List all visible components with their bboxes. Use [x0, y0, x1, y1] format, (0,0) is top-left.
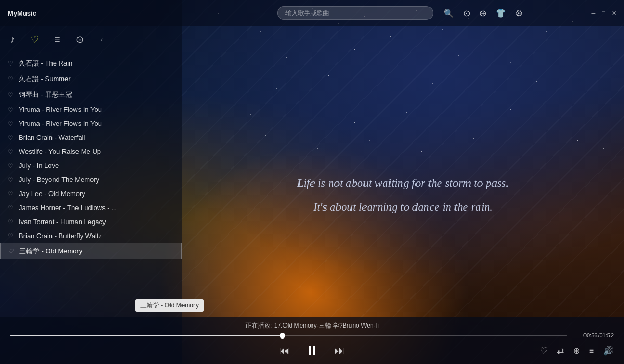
- volume-button[interactable]: 🔊: [603, 346, 614, 356]
- song-heart-icon: ♡: [8, 120, 14, 127]
- maximize-button[interactable]: □: [602, 10, 605, 16]
- now-playing-label: 正在播放: 17.Old Memory-三輪 学?Bruno Wen-li: [0, 321, 624, 330]
- song-item[interactable]: ♡ July - In Love: [0, 159, 182, 173]
- song-item[interactable]: ♡ Yiruma - River Flows In You: [0, 116, 182, 131]
- song-item[interactable]: ♡ Ivan Torrent - Human Legacy: [0, 215, 182, 229]
- song-title: Brian Crain - Waterfall: [19, 134, 85, 141]
- settings-icon[interactable]: ⚙: [515, 8, 523, 18]
- song-item[interactable]: ♡ Brian Crain - Butterfly Waltz: [0, 229, 182, 243]
- nav-row: ♪ ♡ ≡ ⊙ ←: [0, 26, 182, 53]
- time-current: 00:56: [583, 332, 598, 339]
- song-heart-icon: ♡: [8, 232, 14, 240]
- search-icon[interactable]: 🔍: [444, 8, 454, 18]
- song-heart-icon: ♡: [8, 134, 14, 141]
- song-item[interactable]: ♡ 久石譲 - The Rain: [0, 56, 182, 71]
- titlebar: MyMusic 🔍 ⊙ ⊕ 👕 ⚙ ─ □ ✕: [0, 0, 624, 26]
- song-title: James Horner - The Ludlows - ...: [19, 204, 117, 212]
- titlebar-icons: 🔍 ⊙ ⊕ 👕 ⚙: [444, 8, 523, 18]
- playlist-button[interactable]: ≡: [589, 346, 594, 356]
- song-heart-icon: ♡: [8, 204, 14, 212]
- pause-button[interactable]: ⏸: [305, 343, 319, 359]
- song-title: 久石譲 - Summer: [19, 74, 71, 84]
- progress-fill: [10, 335, 283, 336]
- song-title: July - In Love: [19, 162, 59, 170]
- song-title: Jay Lee - Old Memory: [19, 190, 85, 198]
- song-title: Westlife - You Raise Me Up: [19, 148, 101, 155]
- controls-right: ♡ ⇄ ⊕ ≡ 🔊: [510, 346, 614, 356]
- song-tooltip: 三輪学 - Old Memory: [135, 299, 204, 312]
- nav-favorite-icon[interactable]: ♡: [31, 34, 39, 45]
- song-heart-icon: ♡: [8, 148, 14, 155]
- prev-button[interactable]: ⏮: [279, 345, 290, 357]
- add-icon[interactable]: ⊕: [479, 8, 486, 18]
- song-title: Ivan Torrent - Human Legacy: [19, 218, 106, 226]
- nav-back-icon[interactable]: ←: [99, 34, 109, 45]
- search-wrap: [277, 6, 433, 20]
- nav-music-icon[interactable]: ♪: [10, 34, 15, 45]
- progress-bar[interactable]: [10, 335, 567, 336]
- song-item[interactable]: ♡ Brian Crain - Waterfall: [0, 131, 182, 145]
- song-heart-icon: ♡: [8, 162, 14, 170]
- song-item[interactable]: ♡ Yiruma - River Flows In You: [0, 102, 182, 116]
- song-item[interactable]: ♡ 三輪学 - Old Memory: [0, 243, 182, 259]
- song-heart-icon: ♡: [8, 190, 14, 198]
- song-item[interactable]: ♡ James Horner - The Ludlows - ...: [0, 201, 182, 215]
- time-display: 00:56/01:52: [572, 332, 614, 339]
- controls-row: ⏮ ⏸ ⏭ ♡ ⇄ ⊕ ≡ 🔊: [0, 343, 624, 359]
- progress-row: 00:56/01:52: [0, 332, 624, 339]
- next-button[interactable]: ⏭: [334, 345, 345, 357]
- song-heart-icon: ♡: [8, 218, 14, 226]
- prev-icon[interactable]: ⊙: [463, 8, 470, 18]
- song-item[interactable]: ♡ 久石譲 - Summer: [0, 71, 182, 87]
- song-heart-icon: ♡: [8, 75, 14, 83]
- song-title: Yiruma - River Flows In You: [19, 120, 102, 127]
- main-content: Life is not about waiting for the storm …: [182, 26, 624, 364]
- song-title: Brian Crain - Butterfly Waltz: [19, 232, 102, 240]
- controls-center: ⏮ ⏸ ⏭: [279, 343, 345, 359]
- sidebar: ♪ ♡ ≡ ⊙ ← ♡ 久石譲 - The Rain ♡ 久石譲 - Summe…: [0, 0, 182, 364]
- search-input[interactable]: [277, 6, 433, 20]
- song-item[interactable]: ♡ 钢琴曲 - 罪恶王冠: [0, 87, 182, 102]
- song-heart-icon: ♡: [8, 91, 14, 98]
- bottom-bar: 正在播放: 17.Old Memory-三輪 学?Bruno Wen-li 00…: [0, 317, 624, 364]
- song-title: 久石譲 - The Rain: [19, 59, 72, 68]
- shuffle-button[interactable]: ⇄: [557, 346, 564, 356]
- progress-thumb: [280, 333, 285, 339]
- window-controls: ─ □ ✕: [592, 10, 616, 17]
- song-heart-icon: ♡: [8, 176, 14, 184]
- minimize-button[interactable]: ─: [592, 10, 596, 16]
- song-title: 钢琴曲 - 罪恶王冠: [19, 90, 72, 99]
- song-heart-icon: ♡: [8, 248, 14, 255]
- theme-icon[interactable]: 👕: [496, 8, 506, 18]
- song-item[interactable]: ♡ July - Beyond The Memory: [0, 173, 182, 187]
- time-total: 01:52: [599, 332, 614, 339]
- song-title: July - Beyond The Memory: [19, 176, 99, 184]
- song-item[interactable]: ♡ Jay Lee - Old Memory: [0, 187, 182, 201]
- search-area: 🔍 ⊙ ⊕ 👕 ⚙: [218, 6, 581, 20]
- song-item[interactable]: ♡ Westlife - You Raise Me Up: [0, 145, 182, 159]
- song-title: 三輪学 - Old Memory: [19, 246, 82, 256]
- nav-recent-icon[interactable]: ⊙: [76, 34, 84, 45]
- quote-line1: Life is not about waiting for the storm …: [297, 176, 509, 190]
- quote-line2: It's about learning to dance in the rain…: [297, 200, 509, 214]
- song-heart-icon: ♡: [8, 60, 14, 67]
- song-title: Yiruma - River Flows In You: [19, 106, 102, 113]
- song-heart-icon: ♡: [8, 106, 14, 113]
- app-title: MyMusic: [8, 9, 36, 17]
- quote-container: Life is not about waiting for the storm …: [287, 166, 519, 224]
- nav-list-icon[interactable]: ≡: [55, 34, 60, 45]
- favorite-button[interactable]: ♡: [540, 346, 548, 356]
- globe-button[interactable]: ⊕: [573, 346, 580, 356]
- close-button[interactable]: ✕: [612, 10, 616, 17]
